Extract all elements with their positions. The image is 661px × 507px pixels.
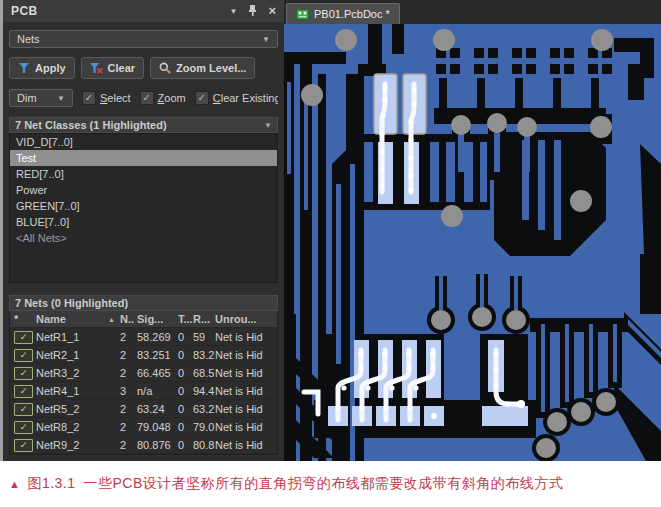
tab-title: PB01.PcbDoc * [314,8,390,20]
workspace: PCB ▼ × Nets ▼ Apply [0,0,661,461]
figure-caption: ▲ 图1.3.1 一些PCB设计者坚称所有的直角拐弯的布线都需要改成带有斜角的布… [0,461,661,507]
table-row[interactable]: ✓ NetR1_1 2 58.269 0 59 Net is Hid [10,328,277,346]
net-class-item-selected[interactable]: Test [10,150,277,166]
clear-filter-icon [90,62,103,74]
zoom-checkbox[interactable]: ✓ Zoom [140,91,186,105]
table-row[interactable]: ✓ NetR3_2 2 66.465 0 68.5 Net is Hid [10,364,277,382]
table-row[interactable]: ✓ NetR4_1 3 n/a 0 94.4 Net is Hid [10,382,277,400]
close-icon[interactable]: × [268,6,276,16]
net-name: NetR5_2 [36,403,120,415]
net-name: NetR4_1 [36,385,120,397]
panel-title: PCB [11,4,38,18]
row-checkbox[interactable]: ✓ [14,403,33,416]
pcb-canvas-wrap [284,24,661,461]
table-row[interactable]: ✓ NetR2_1 2 83.251 0 83.2 Net is Hid [10,346,277,364]
col-select[interactable]: * [10,313,36,325]
col-name[interactable]: Name ▲ [36,313,120,325]
dim-dropdown[interactable]: Dim ▼ [9,89,73,107]
nets-header[interactable]: 7 Nets (0 Highlighted) [9,295,278,311]
caption-figure-number: 图1.3.1 [27,475,75,493]
net-class-item[interactable]: GREEN[7..0] [10,198,277,214]
checkbox-check-icon: ✓ [140,91,154,105]
col-routed[interactable]: R... [193,313,215,325]
chevron-down-icon: ▼ [262,35,270,44]
dim-value: Dim [17,92,37,104]
net-name: NetR2_1 [36,349,120,361]
row-checkbox[interactable]: ✓ [14,349,33,362]
sort-asc-icon: ▲ [108,316,115,323]
tab-pb01-pcbdoc[interactable]: PB01.PcbDoc * [286,3,400,24]
panel-menu-arrow-icon[interactable]: ▼ [229,7,237,16]
pcb-panel: PCB ▼ × Nets ▼ Apply [0,0,284,461]
net-class-item[interactable]: RED[7..0] [10,166,277,182]
net-classes-list: VID_D[7..0] Test RED[7..0] Power GREEN[7… [9,133,278,283]
document-tabbar: PB01.PcbDoc * [284,0,661,24]
zoom-level-button[interactable]: Zoom Level... [150,57,255,79]
row-checkbox[interactable]: ✓ [14,385,33,398]
net-class-item[interactable]: BLUE[7..0] [10,214,277,230]
panel-mode-dropdown[interactable]: Nets ▼ [9,30,278,48]
panel-titlebar-icons: ▼ × [229,2,276,20]
pin-icon[interactable] [248,2,257,20]
filter-buttons: Apply Clear Zoom Level... [9,57,278,79]
select-checkbox[interactable]: ✓ Select [82,91,131,105]
net-name: NetR8_2 [36,421,120,433]
pcb-canvas[interactable] [284,24,661,461]
row-checkbox[interactable]: ✓ [14,367,33,380]
table-row[interactable]: ✓ NetR5_2 2 63.24 0 63.2 Net is Hid [10,400,277,418]
net-class-item-all-nets[interactable]: <All Nets> [10,230,277,246]
chevron-down-icon: ▼ [264,121,272,130]
panel-titlebar: PCB ▼ × [3,0,284,22]
panel-mode-value: Nets [17,33,40,45]
checkbox-check-icon: ✓ [82,91,96,105]
magnifier-icon [159,62,171,74]
net-class-item[interactable]: Power [10,182,277,198]
col-signal[interactable]: Sig... [137,313,178,325]
col-t[interactable]: T... [178,313,193,325]
net-name: NetR9_2 [36,439,120,451]
highlight-options-row: Dim ▼ ✓ Select ✓ Zoom ✓ Clear Existing [9,89,278,107]
apply-filter-icon [18,62,30,74]
apply-button[interactable]: Apply [9,57,75,79]
row-checkbox[interactable]: ✓ [14,439,33,452]
col-unrouted[interactable]: Unrou... [215,313,277,325]
table-row[interactable]: ✓ NetR8_2 2 79.048 0 79.0 Net is Hid [10,418,277,436]
nets-table: * Name ▲ N.. Sig... T... R... Unrou... ✓ [9,311,278,455]
row-checkbox[interactable]: ✓ [14,421,33,434]
clear-button[interactable]: Clear [81,57,145,79]
pcb-editor: PB01.PcbDoc * [284,0,661,461]
clear-existing-checkbox[interactable]: ✓ Clear Existing [195,91,278,105]
table-row[interactable]: ✓ NetR9_2 2 80.876 0 80.8 Net is Hid [10,436,277,454]
net-name: NetR3_2 [36,367,120,379]
net-name: NetR1_1 [36,331,120,343]
checkbox-check-icon: ✓ [195,91,209,105]
col-nodes[interactable]: N.. [120,313,137,325]
net-class-item[interactable]: VID_D[7..0] [10,134,277,150]
row-checkbox[interactable]: ✓ [14,331,33,344]
net-classes-header[interactable]: 7 Net Classes (1 Highlighted) ▼ [9,117,278,133]
chevron-down-icon: ▼ [57,94,65,103]
panel-body: Nets ▼ Apply Clear Zoom Level... [3,22,284,461]
caption-text: 一些PCB设计者坚称所有的直角拐弯的布线都需要改成带有斜角的布线方式 [84,475,564,493]
pcb-document-icon [296,9,309,20]
caption-triangle-icon: ▲ [9,478,20,490]
screenshot-root: PCB ▼ × Nets ▼ Apply [0,0,661,507]
nets-table-header[interactable]: * Name ▲ N.. Sig... T... R... Unrou... [10,311,277,328]
